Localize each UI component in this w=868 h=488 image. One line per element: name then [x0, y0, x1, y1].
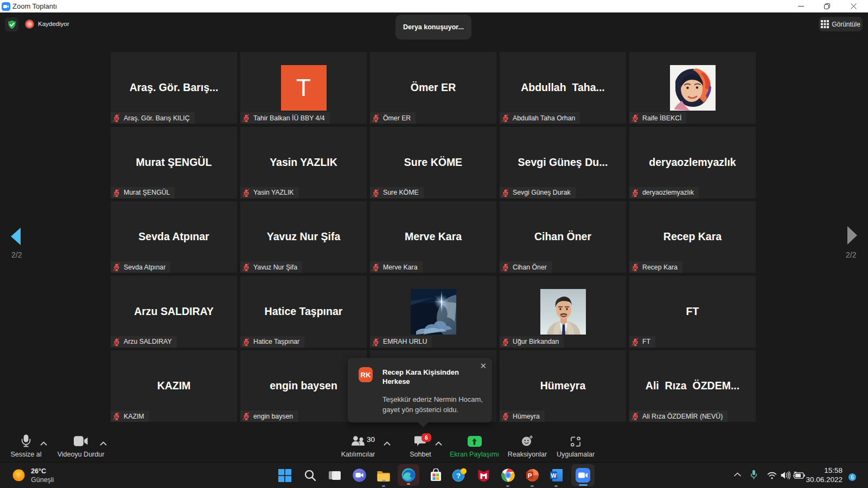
svg-text:?: ? [456, 472, 461, 480]
svg-text:W: W [551, 472, 557, 479]
svg-text:P: P [527, 472, 532, 479]
